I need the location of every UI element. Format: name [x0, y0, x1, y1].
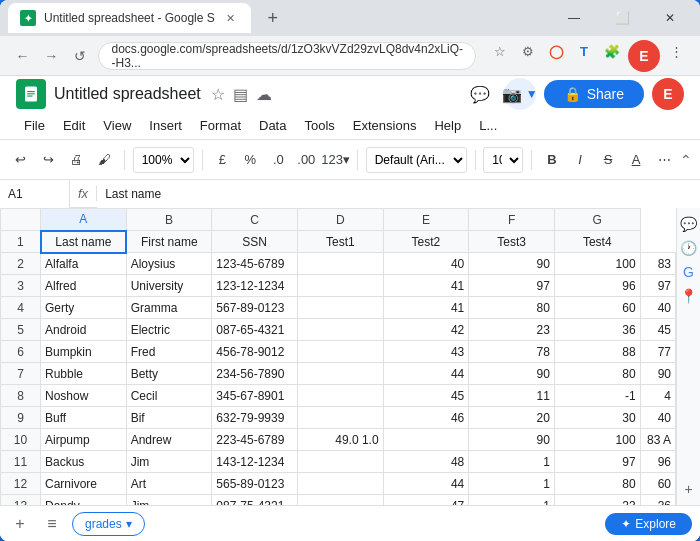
maps-side-icon[interactable]: 📍 — [680, 288, 697, 304]
table-cell[interactable]: 1 — [469, 473, 555, 495]
table-cell[interactable]: 90 — [469, 429, 555, 451]
table-cell[interactable]: 40 — [383, 253, 469, 275]
row-number[interactable]: 7 — [1, 363, 41, 385]
table-cell[interactable]: 567-89-0123 — [212, 297, 298, 319]
table-cell[interactable]: Gerty — [41, 297, 127, 319]
maximize-button[interactable]: ⬜ — [600, 4, 644, 32]
table-cell[interactable]: 48 — [383, 451, 469, 473]
table-cell[interactable] — [297, 451, 383, 473]
sheet-main[interactable]: A B C D E F G 1 — [0, 208, 676, 505]
table-cell[interactable]: 60 — [554, 297, 640, 319]
cell-C1[interactable]: SSN — [212, 231, 298, 253]
forward-button[interactable]: → — [41, 42, 62, 70]
table-cell[interactable]: Cecil — [126, 385, 212, 407]
cloud-icon[interactable]: ☁ — [254, 83, 274, 106]
col-header-D[interactable]: D — [297, 209, 383, 231]
browser-user-icon[interactable]: E — [628, 40, 660, 72]
table-cell[interactable]: 80 — [554, 363, 640, 385]
menu-view[interactable]: View — [95, 114, 139, 137]
row-number[interactable]: 10 — [1, 429, 41, 451]
minimize-button[interactable]: — — [552, 4, 596, 32]
table-cell[interactable]: 087-75-4321 — [212, 495, 298, 506]
collapse-toolbar-icon[interactable]: ⌃ — [680, 152, 692, 168]
table-cell[interactable]: Fred — [126, 341, 212, 363]
table-cell[interactable]: 77 — [640, 341, 675, 363]
cell-E1[interactable]: Test2 — [383, 231, 469, 253]
table-cell[interactable]: 100 — [554, 429, 640, 451]
redo-button[interactable]: ↪ — [36, 146, 60, 174]
table-cell[interactable] — [297, 275, 383, 297]
table-cell[interactable]: 41 — [383, 297, 469, 319]
menu-edit[interactable]: Edit — [55, 114, 93, 137]
row-number[interactable]: 3 — [1, 275, 41, 297]
extension-icon1[interactable]: ◯ — [544, 40, 568, 64]
menu-more[interactable]: L... — [471, 114, 505, 137]
sheet-tab-grades[interactable]: grades ▾ — [72, 512, 145, 536]
url-bar[interactable]: docs.google.com/spreadsheets/d/1zO3kvVZd… — [98, 42, 476, 70]
table-cell[interactable]: 40 — [640, 297, 675, 319]
font-select[interactable]: Default (Ari... — [366, 147, 467, 173]
row-number[interactable]: 2 — [1, 253, 41, 275]
browser-menu-icon[interactable]: ⋮ — [664, 40, 688, 64]
table-cell[interactable]: 36 — [640, 495, 675, 506]
table-cell[interactable]: 234-56-7890 — [212, 363, 298, 385]
menu-file[interactable]: File — [16, 114, 53, 137]
table-cell[interactable]: 087-65-4321 — [212, 319, 298, 341]
table-cell[interactable]: 1 — [469, 451, 555, 473]
col-header-C[interactable]: C — [212, 209, 298, 231]
table-cell[interactable]: 49.0 1.0 — [297, 429, 383, 451]
table-cell[interactable] — [297, 385, 383, 407]
table-cell[interactable]: 45 — [383, 385, 469, 407]
percent-button[interactable]: % — [238, 146, 262, 174]
table-cell[interactable]: 23 — [554, 495, 640, 506]
table-cell[interactable]: Alfalfa — [41, 253, 127, 275]
table-cell[interactable]: 36 — [554, 319, 640, 341]
table-cell[interactable]: 80 — [469, 297, 555, 319]
add-addon-icon[interactable]: + — [684, 481, 692, 497]
explore-button[interactable]: ✦ Explore — [605, 513, 692, 535]
cell-D1[interactable]: Test1 — [297, 231, 383, 253]
row-number[interactable]: 4 — [1, 297, 41, 319]
table-cell[interactable] — [383, 429, 469, 451]
add-sheet-button[interactable]: + — [8, 512, 32, 536]
table-cell[interactable]: 45 — [640, 319, 675, 341]
sheets-list-button[interactable]: ≡ — [40, 512, 64, 536]
table-cell[interactable] — [297, 407, 383, 429]
table-cell[interactable]: 96 — [554, 275, 640, 297]
table-cell[interactable]: 44 — [383, 473, 469, 495]
row-number[interactable]: 9 — [1, 407, 41, 429]
row-number[interactable]: 11 — [1, 451, 41, 473]
table-cell[interactable]: 632-79-9939 — [212, 407, 298, 429]
table-cell[interactable]: 97 — [469, 275, 555, 297]
menu-tools[interactable]: Tools — [296, 114, 342, 137]
google-side-icon[interactable]: G — [683, 264, 694, 280]
table-cell[interactable]: 90 — [469, 363, 555, 385]
table-cell[interactable]: 46 — [383, 407, 469, 429]
strikethrough-button[interactable]: S — [596, 146, 620, 174]
col-header-B[interactable]: B — [126, 209, 212, 231]
cell-A1[interactable]: Last name — [41, 231, 127, 253]
underline-button[interactable]: A — [624, 146, 648, 174]
table-cell[interactable]: 1 — [469, 495, 555, 506]
undo-button[interactable]: ↩ — [8, 146, 32, 174]
table-cell[interactable]: Dandy — [41, 495, 127, 506]
table-cell[interactable]: Airpump — [41, 429, 127, 451]
size-select[interactable]: 10 — [483, 147, 523, 173]
row-number[interactable]: 12 — [1, 473, 41, 495]
table-cell[interactable]: 44 — [383, 363, 469, 385]
table-cell[interactable]: Aloysius — [126, 253, 212, 275]
table-cell[interactable]: 143-12-1234 — [212, 451, 298, 473]
table-cell[interactable]: Betty — [126, 363, 212, 385]
settings-icon[interactable]: ⚙ — [516, 40, 540, 64]
table-cell[interactable]: Art — [126, 473, 212, 495]
extension-icon3[interactable]: 🧩 — [600, 40, 624, 64]
col-header-A[interactable]: A — [41, 209, 127, 231]
decimal00-button[interactable]: .00 — [294, 146, 318, 174]
table-cell[interactable]: 80 — [554, 473, 640, 495]
table-cell[interactable]: 23 — [469, 319, 555, 341]
table-cell[interactable]: 20 — [469, 407, 555, 429]
history-side-icon[interactable]: 🕐 — [680, 240, 697, 256]
row-number[interactable]: 5 — [1, 319, 41, 341]
browser-tab[interactable]: ✦ Untitled spreadsheet - Google S ✕ — [8, 3, 251, 33]
menu-format[interactable]: Format — [192, 114, 249, 137]
